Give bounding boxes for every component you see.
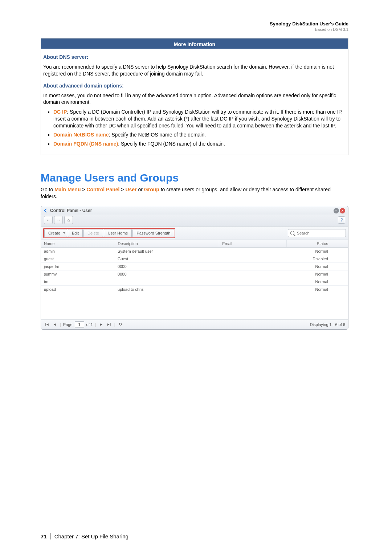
bullet-netbios: Domain NetBIOS name: Specify the NetBIOS…	[53, 131, 344, 138]
pagination-bar: I◂ ◂ | Page of 1 | ▸ ▸I | ↻ Displaying 1…	[41, 319, 348, 329]
info-box-body: About DNS server: You are recommended to…	[41, 49, 348, 155]
col-description[interactable]: Description	[115, 240, 219, 248]
advanced-bullets: DC IP: Specify a DC (Domain Controller) …	[43, 109, 344, 147]
col-email[interactable]: Email	[219, 240, 287, 248]
bullet-text: : Specify a DC (Domain Controller) IP an…	[53, 109, 343, 129]
cell-email	[219, 255, 287, 262]
table-row[interactable]: jasperlai0000Normal	[41, 262, 348, 270]
nav-bar: ← → ⌂ ?	[41, 215, 348, 227]
help-button[interactable]: ?	[338, 216, 345, 224]
cell-name: jasperlai	[41, 262, 115, 270]
guide-title: Synology DiskStation User's Guide	[41, 21, 348, 27]
cell-email	[219, 278, 287, 285]
header-divider	[292, 0, 292, 39]
cell-status: Normal	[287, 247, 348, 255]
cell-description	[115, 278, 219, 285]
bullet-text: : Specify the NetBIOS name of the domain…	[109, 132, 206, 138]
separator: |	[60, 322, 61, 327]
pager-page-input[interactable]	[75, 321, 84, 328]
search-field[interactable]	[288, 229, 346, 237]
cell-name: tm	[41, 278, 115, 285]
pager-next-button[interactable]: ▸	[98, 322, 104, 327]
cell-description: Guest	[115, 255, 219, 262]
create-label: Create	[48, 231, 60, 235]
document-page: Synology DiskStation User's Guide Based …	[0, 0, 392, 554]
bullet-label: Domain NetBIOS name	[53, 132, 109, 138]
info-box-title: More Information	[41, 38, 348, 49]
bullet-text: : Specify the FQDN (DNS name) of the dom…	[118, 141, 225, 147]
cell-status: Normal	[287, 270, 348, 278]
body-text: or	[137, 187, 144, 192]
edit-button[interactable]: Edit	[68, 229, 83, 237]
create-button[interactable]: Create	[44, 229, 67, 237]
close-icon[interactable]: ×	[340, 208, 345, 213]
pager-last-button[interactable]: ▸I	[106, 322, 112, 327]
pager-prev-button[interactable]: ◂	[52, 322, 58, 327]
cell-description: 0000	[115, 270, 219, 278]
col-name[interactable]: Name	[41, 240, 115, 248]
guide-subtitle: Based on DSM 3.1	[41, 27, 348, 32]
window-titlebar: Control Panel - User − ×	[41, 206, 348, 215]
table-header-row: Name Description Email Status	[41, 240, 348, 248]
minimize-icon[interactable]: −	[334, 208, 339, 213]
cell-email	[219, 262, 287, 270]
cell-name: summy	[41, 270, 115, 278]
toolbar-highlight: Create Edit Delete User Home Password St…	[43, 228, 175, 238]
more-information-box: More Information About DNS server: You a…	[41, 38, 348, 155]
cell-description: upload to chris	[115, 285, 219, 293]
breadcrumb-control-panel: Control Panel	[86, 187, 119, 192]
cell-email	[219, 247, 287, 255]
cell-description: System default user	[115, 247, 219, 255]
pager-refresh-button[interactable]: ↻	[118, 322, 123, 327]
nav-forward-button[interactable]: →	[54, 216, 63, 224]
search-icon	[290, 231, 294, 235]
page-header: Synology DiskStation User's Guide Based …	[41, 21, 348, 32]
pager-display-info: Displaying 1 - 6 of 6	[310, 322, 345, 327]
dropdown-icon	[63, 232, 65, 234]
cell-status: Normal	[287, 278, 348, 285]
nav-home-button[interactable]: ⌂	[64, 216, 73, 224]
cell-name: upload	[41, 285, 115, 293]
cell-name: guest	[41, 255, 115, 262]
advanced-subtitle: About advanced domain options:	[43, 83, 124, 89]
dns-subtitle: About DNS server:	[43, 54, 88, 60]
nav-back-button[interactable]: ←	[44, 216, 53, 224]
body-text: Go to	[41, 187, 54, 192]
dns-body-text: You are recommended to specify a DNS ser…	[43, 64, 344, 77]
table-row[interactable]: guestGuestDisabled	[41, 255, 348, 262]
page-footer: 71 Chapter 7: Set Up File Sharing	[41, 533, 128, 539]
cell-email	[219, 270, 287, 278]
delete-button[interactable]: Delete	[83, 229, 103, 237]
body-text: to create users or groups, and allow or …	[41, 187, 331, 199]
table-row[interactable]: summy0000Normal	[41, 270, 348, 278]
bullet-label: DC IP	[53, 109, 67, 115]
cell-status: Disabled	[287, 255, 348, 262]
page-number: 71	[41, 533, 47, 539]
bullet-fqdn: Domain FQDN (DNS name): Specify the FQDN…	[53, 140, 344, 147]
breadcrumb-main-menu: Main Menu	[54, 187, 81, 192]
breadcrumb-user: User	[125, 187, 136, 192]
cell-status: Normal	[287, 262, 348, 270]
separator: |	[95, 322, 96, 327]
section-heading: Manage Users and Groups	[41, 172, 348, 184]
user-table: Name Description Email Status adminSyste…	[41, 240, 348, 293]
col-status[interactable]: Status	[287, 240, 348, 248]
toolbar: Create Edit Delete User Home Password St…	[41, 227, 348, 240]
search-input[interactable]	[296, 231, 343, 236]
cell-status: Normal	[287, 285, 348, 293]
table-row[interactable]: uploadupload to chrisNormal	[41, 285, 348, 293]
breadcrumb-group: Group	[144, 187, 159, 192]
user-home-button[interactable]: User Home	[104, 229, 132, 237]
section-body: Go to Main Menu > Control Panel > User o…	[41, 186, 348, 200]
pager-page-label: Page	[63, 322, 73, 327]
table-row[interactable]: adminSystem default userNormal	[41, 247, 348, 255]
cell-email	[219, 285, 287, 293]
back-chevron-icon[interactable]	[44, 208, 48, 213]
pager-first-button[interactable]: I◂	[44, 322, 50, 327]
password-strength-button[interactable]: Password Strength	[132, 229, 174, 237]
table-row[interactable]: tmNormal	[41, 278, 348, 285]
separator: |	[114, 322, 115, 327]
table-empty-area	[41, 293, 348, 319]
chapter-label: Chapter 7: Set Up File Sharing	[54, 533, 128, 539]
advanced-body-text: In most cases, you do not need to fill i…	[43, 92, 344, 106]
